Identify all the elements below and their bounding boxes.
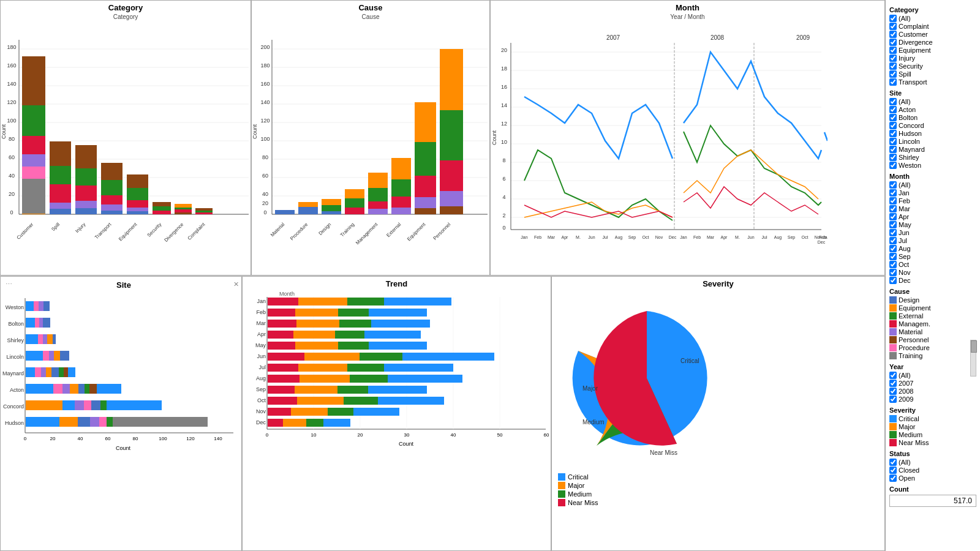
svg-rect-109 (368, 188, 388, 201)
filter-category-injury[interactable]: Injury (889, 54, 976, 62)
svg-rect-113 (391, 158, 411, 179)
filter-month-nov[interactable]: Nov (889, 269, 976, 276)
filter-site-maynard[interactable]: Maynard (889, 146, 976, 153)
cause-scrollbar-thumb[interactable] (971, 340, 977, 353)
filter-status-open[interactable]: Open (889, 474, 976, 482)
sidebar-month-header: Month (889, 173, 976, 180)
filter-category-divergence[interactable]: Divergence (889, 39, 976, 46)
filter-month-aug[interactable]: Aug (889, 245, 976, 252)
filter-site-bolton[interactable]: Bolton (889, 114, 976, 121)
filter-site-concord[interactable]: Concord (889, 122, 976, 129)
svg-text:Management: Management (355, 222, 379, 246)
svg-rect-101 (322, 199, 341, 205)
svg-text:Acton: Acton (10, 387, 24, 393)
svg-text:Aug: Aug (615, 235, 623, 240)
svg-rect-290 (298, 298, 347, 305)
filter-month-dec[interactable]: Dec (889, 277, 976, 284)
cause-scrollbar[interactable] (970, 340, 976, 377)
svg-rect-52 (127, 211, 148, 214)
svg-text:External: External (385, 222, 402, 238)
svg-text:Critical: Critical (680, 358, 699, 364)
svg-text:M.: M. (576, 235, 581, 239)
svg-rect-316 (360, 353, 402, 361)
filter-year-2008[interactable]: 2008 (889, 388, 976, 395)
svg-text:Bolton: Bolton (8, 321, 24, 327)
svg-rect-255 (78, 417, 90, 427)
svg-text:Divergence: Divergence (163, 222, 184, 243)
svg-rect-243 (85, 384, 89, 394)
filter-status-closed[interactable]: Closed (889, 467, 976, 474)
filter-month-jul[interactable]: Jul (889, 237, 976, 244)
svg-text:200: 200 (260, 44, 270, 50)
svg-rect-45 (101, 204, 123, 211)
svg-rect-294 (268, 309, 295, 317)
site-panel-close[interactable]: ✕ (233, 280, 239, 288)
filter-category-spill[interactable]: Spill (889, 70, 976, 78)
filter-site-acton[interactable]: Acton (889, 106, 976, 113)
svg-rect-247 (62, 400, 75, 410)
filter-month-jan[interactable]: Jan (889, 189, 976, 197)
filter-month-jun[interactable]: Jun (889, 229, 976, 236)
svg-rect-228 (54, 351, 60, 361)
svg-rect-34 (50, 209, 71, 214)
svg-text:Sep: Sep (628, 235, 636, 240)
filter-site-lincoln[interactable]: Lincoln (889, 138, 976, 145)
svg-text:Jul: Jul (762, 235, 767, 239)
svg-rect-235 (59, 367, 64, 377)
svg-rect-97 (275, 210, 295, 214)
filter-category-transport[interactable]: Transport (889, 78, 976, 86)
filter-year-all[interactable]: (All) (889, 372, 976, 379)
filter-site-shirley[interactable]: Shirley (889, 154, 976, 161)
bottom-row: ⋯ Site ✕ Weston Bolton Shirley Lincoln M… (0, 276, 885, 552)
filter-month-oct[interactable]: Oct (889, 261, 976, 268)
filter-category-complaint[interactable]: Complaint (889, 23, 976, 30)
svg-rect-120 (415, 176, 436, 197)
svg-rect-222 (43, 334, 47, 344)
sidebar-site-header: Site (889, 89, 976, 97)
filter-month-may[interactable]: May (889, 221, 976, 228)
svg-rect-291 (347, 298, 384, 305)
filter-category-equipment[interactable]: Equipment (889, 47, 976, 54)
svg-rect-106 (345, 208, 364, 214)
svg-rect-23 (22, 56, 45, 105)
filter-month-all[interactable]: (All) (889, 181, 976, 189)
filter-site-weston[interactable]: Weston (889, 162, 976, 169)
filter-month-feb[interactable]: Feb (889, 197, 976, 204)
filter-month-apr[interactable]: Apr (889, 213, 976, 220)
svg-text:Maynard: Maynard (2, 370, 24, 377)
svg-rect-33 (50, 203, 71, 209)
severity-legend-critical: Critical (568, 473, 589, 481)
site-panel-resize[interactable]: ⋯ (3, 280, 14, 288)
svg-rect-325 (300, 375, 350, 383)
filter-category-security[interactable]: Security (889, 62, 976, 70)
svg-text:140: 140 (260, 99, 270, 105)
filter-year-2007[interactable]: 2007 (889, 380, 976, 387)
svg-rect-30 (50, 141, 71, 166)
svg-text:120: 120 (186, 436, 195, 441)
svg-rect-347 (323, 419, 350, 427)
filter-category-customer[interactable]: Customer (889, 31, 976, 38)
svg-text:Aug: Aug (256, 375, 266, 381)
filter-month-mar[interactable]: Mar (889, 205, 976, 212)
severity-panel: Severity Critical Medium Major Near Miss (551, 276, 885, 552)
filter-site-hudson[interactable]: Hudson (889, 130, 976, 137)
svg-text:Spill: Spill (50, 222, 61, 232)
svg-text:Mar: Mar (257, 320, 266, 326)
svg-rect-327 (388, 375, 462, 383)
filter-category-all[interactable]: (All) (889, 15, 976, 22)
filter-site-all[interactable]: (All) (889, 98, 976, 105)
cause-title: Cause (252, 1, 489, 13)
severity-title: Severity (552, 277, 884, 290)
filter-month-sep[interactable]: Sep (889, 253, 976, 260)
svg-text:2: 2 (502, 212, 505, 219)
filter-year-2009[interactable]: 2009 (889, 395, 976, 403)
svg-rect-28 (22, 179, 45, 214)
svg-rect-31 (50, 166, 71, 184)
sidebar-severity-header: Severity (889, 407, 976, 414)
severity-legend-medium: Medium (568, 490, 592, 498)
filter-status-all[interactable]: (All) (889, 459, 976, 466)
svg-text:Dec: Dec (256, 419, 266, 425)
svg-text:40: 40 (9, 173, 15, 179)
svg-rect-336 (344, 397, 378, 405)
svg-rect-230 (26, 367, 35, 377)
